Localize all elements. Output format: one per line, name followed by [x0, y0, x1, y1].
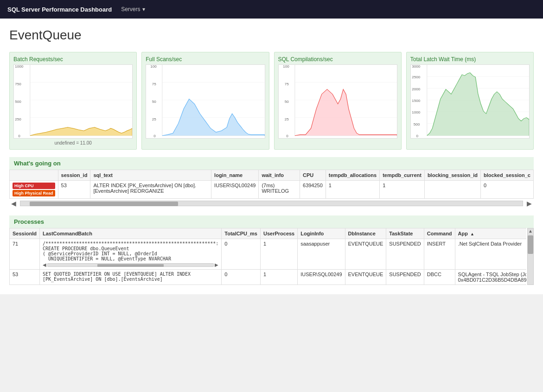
- scroll-left-arrow[interactable]: ◀: [9, 200, 18, 207]
- whats-going-on-header: What's going on: [9, 157, 534, 170]
- cell-proc-command-71: INSERT: [424, 239, 455, 270]
- chart-sql-compilations: SQL Compilations/sec 100 75 50 25 0: [274, 52, 402, 150]
- svg-text:25: 25: [284, 117, 288, 121]
- col-header-blocked-session[interactable]: blocked_session_c: [481, 170, 534, 181]
- cell-proc-cmd-71: /***************************************…: [39, 239, 221, 270]
- whats-going-on-table: session_id sql_text login_name wait_info…: [9, 170, 534, 199]
- svg-text:2500: 2500: [412, 76, 420, 80]
- badge-high-read: High Physical Read: [13, 190, 55, 196]
- svg-text:500: 500: [414, 122, 420, 126]
- svg-text:1500: 1500: [412, 99, 420, 103]
- table-header-row: session_id sql_text login_name wait_info…: [10, 170, 534, 181]
- process-row-71: 71 /************************************…: [10, 239, 527, 270]
- processes-section: Processes SessionId LastCommandBatch Tot…: [9, 215, 534, 285]
- col-last-command[interactable]: LastCommandBatch: [39, 228, 221, 239]
- svg-text:0: 0: [18, 134, 20, 138]
- cell-proc-app-53: SQLAgent - TSQL JobStep (Job 0x4BD071C2D…: [455, 270, 526, 285]
- undefined-label: undefined = 11.00: [13, 140, 133, 145]
- svg-text:75: 75: [284, 82, 288, 87]
- svg-text:750: 750: [15, 82, 21, 87]
- col-header-blocking-session[interactable]: blocking_session_id: [424, 170, 480, 181]
- cell-proc-command-53: DBCC: [424, 270, 455, 285]
- mini-right-arrow-71[interactable]: ▶: [215, 262, 218, 267]
- cell-session-id: 53: [58, 181, 90, 199]
- vertical-scrollbar[interactable]: ▲: [527, 228, 534, 285]
- cell-proc-login-71: saasappuser: [298, 239, 345, 270]
- svg-text:2000: 2000: [412, 87, 420, 91]
- mini-scrollbar-71[interactable]: [47, 263, 214, 267]
- chart-title-batch: Batch Requests/sec: [13, 56, 133, 63]
- processes-wrapper: SessionId LastCommandBatch TotalCPU_ms U…: [9, 228, 534, 285]
- cell-proc-user-71: 1: [260, 239, 297, 270]
- chart-title-scans: Full Scans/sec: [146, 56, 265, 63]
- page-title: EventQueue: [9, 28, 534, 43]
- processes-header: Processes: [9, 215, 534, 228]
- vscroll-up-arrow[interactable]: ▲: [528, 228, 533, 234]
- mini-scrollbar-thumb-71: [97, 264, 164, 267]
- vscroll-thumb: [528, 235, 533, 254]
- chart-area-scans: 100 75 50 25 0: [146, 64, 265, 139]
- servers-arrow: ▾: [142, 6, 145, 13]
- cell-blocking-session: [424, 181, 480, 199]
- col-header-tempdb-alloc[interactable]: tempdb_allocations: [326, 170, 379, 181]
- col-header-session-id[interactable]: session_id: [58, 170, 90, 181]
- chart-area-compilations: 100 75 50 25 0: [278, 64, 397, 139]
- col-header-wait-info[interactable]: wait_info: [259, 170, 300, 181]
- cell-proc-cmd-53: SET QUOTED_IDENTIFIER ON USE [EVENTQUEUE…: [39, 270, 221, 285]
- cell-cpu: 6394250: [300, 181, 326, 199]
- cell-proc-cpu-71: 0: [222, 239, 261, 270]
- scroll-right-arrow[interactable]: ▶: [525, 200, 534, 207]
- badge-cell: High CPU High Physical Read: [10, 181, 58, 199]
- col-header-tempdb-current[interactable]: tempdb_current: [380, 170, 425, 181]
- cell-tempdb-current: 1: [380, 181, 425, 199]
- header: SQL Server Performance Dashboard Servers…: [0, 0, 543, 19]
- svg-text:1000: 1000: [15, 65, 23, 69]
- cell-proc-user-53: 1: [260, 270, 297, 285]
- chart-area-batch: 1000 750 500 250 0: [13, 64, 133, 139]
- svg-text:1000: 1000: [412, 111, 420, 115]
- svg-text:0: 0: [286, 134, 288, 138]
- col-command[interactable]: Command: [424, 228, 455, 239]
- svg-text:100: 100: [151, 65, 157, 69]
- col-header-sql-text[interactable]: sql_text: [90, 170, 211, 181]
- cell-blocked-session: 0: [481, 181, 534, 199]
- col-header-login-name[interactable]: login_name: [211, 170, 259, 181]
- col-header-empty: [10, 170, 58, 181]
- processes-title: Processes: [14, 218, 44, 225]
- svg-text:3000: 3000: [412, 65, 420, 69]
- cell-login-name: IUSER\SQL00249: [211, 181, 259, 199]
- col-total-cpu[interactable]: TotalCPU_ms: [222, 228, 261, 239]
- col-app[interactable]: App ▲: [455, 228, 526, 239]
- chart-full-scans: Full Scans/sec 100 75 50 25 0: [141, 52, 269, 150]
- cell-proc-cpu-53: 0: [222, 270, 261, 285]
- col-session-id[interactable]: SessionId: [10, 228, 40, 239]
- col-login-info[interactable]: LoginInfo: [298, 228, 345, 239]
- process-row-53: 53 SET QUOTED_IDENTIFIER ON USE [EVENTQU…: [10, 270, 527, 285]
- whats-going-on-table-wrapper[interactable]: session_id sql_text login_name wait_info…: [9, 170, 534, 199]
- mini-left-arrow-71[interactable]: ◀: [43, 262, 46, 267]
- cell-proc-state-71: SUSPENDED: [386, 239, 424, 270]
- svg-text:50: 50: [284, 100, 288, 104]
- cell-tempdb-alloc: 1: [326, 181, 379, 199]
- mini-scroll-71: ◀ ▶: [43, 262, 218, 267]
- col-db-instance[interactable]: DbInstance: [345, 228, 386, 239]
- servers-nav[interactable]: Servers ▾: [121, 6, 145, 13]
- svg-text:50: 50: [152, 100, 156, 104]
- svg-text:25: 25: [152, 117, 156, 121]
- chart-batch-requests: Batch Requests/sec 1000 750 500 250 0 un…: [9, 52, 137, 150]
- processes-header-row: SessionId LastCommandBatch TotalCPU_ms U…: [10, 228, 527, 239]
- horizontal-scrollbar-row: ◀ ▶: [9, 199, 534, 208]
- cell-proc-db-71: EVENTQUEUE: [345, 239, 386, 270]
- processes-table: SessionId LastCommandBatch TotalCPU_ms U…: [9, 228, 526, 285]
- cell-proc-login-53: IUSER\SQL00249: [298, 270, 345, 285]
- cell-sql-text: ALTER INDEX [PK_EventsArchive] ON [dbo].…: [90, 181, 211, 199]
- col-user-process[interactable]: UserProcess: [260, 228, 297, 239]
- col-header-cpu[interactable]: CPU: [300, 170, 326, 181]
- charts-row: Batch Requests/sec 1000 750 500 250 0 un…: [9, 52, 534, 150]
- svg-text:0: 0: [416, 134, 418, 138]
- chart-title-compilations: SQL Compilations/sec: [278, 56, 397, 63]
- cell-proc-session-53: 53: [10, 270, 40, 285]
- col-task-state[interactable]: TaskState: [386, 228, 424, 239]
- chart-latch-wait: Total Latch Wait Time (ms) 3000 2500 200…: [406, 52, 534, 150]
- sort-icon: ▲: [470, 232, 474, 236]
